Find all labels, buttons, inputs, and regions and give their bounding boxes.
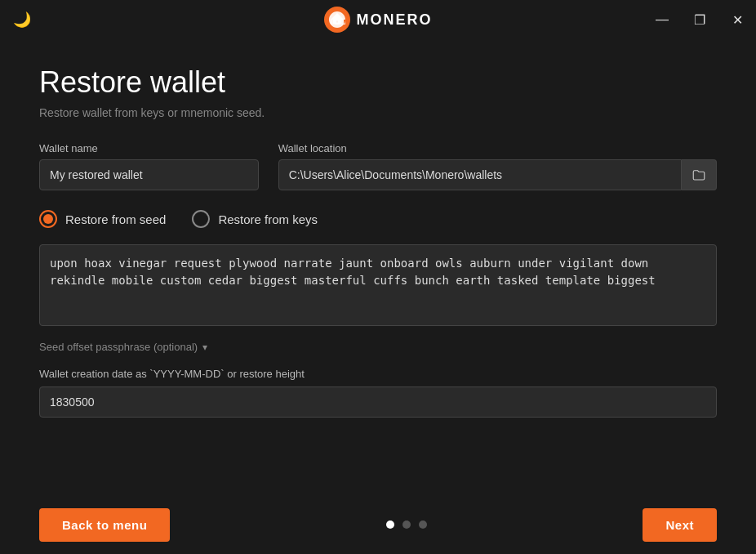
restore-keys-radio[interactable] — [192, 210, 210, 228]
window-controls: — ❐ ✕ — [643, 0, 756, 39]
maximize-button[interactable]: ❐ — [681, 0, 718, 39]
footer: Back to menu Next — [0, 495, 756, 554]
back-to-menu-button[interactable]: Back to menu — [39, 508, 170, 542]
main-content: Restore wallet Restore wallet from keys … — [0, 39, 756, 418]
page-title: Restore wallet — [39, 65, 717, 100]
restore-from-keys-option[interactable]: Restore from keys — [192, 210, 318, 228]
restore-from-seed-option[interactable]: Restore from seed — [39, 210, 166, 228]
seed-textarea[interactable]: upon hoax vinegar request plywood narrat… — [39, 244, 717, 326]
monero-logo-icon — [324, 7, 350, 33]
wallet-location-group: Wallet location — [278, 142, 717, 190]
app-title: MONERO — [357, 11, 433, 29]
browse-folder-button[interactable] — [682, 159, 717, 190]
restore-seed-label: Restore from seed — [65, 212, 166, 226]
wallet-location-label: Wallet location — [278, 142, 717, 154]
wallet-name-group: Wallet name — [39, 142, 259, 190]
app-logo: MONERO — [324, 7, 433, 33]
next-button[interactable]: Next — [643, 508, 717, 542]
date-input[interactable] — [39, 386, 717, 418]
pagination-dot-3 — [419, 520, 427, 529]
pagination-dot-1 — [386, 520, 394, 529]
date-label: Wallet creation date as `YYYY-MM-DD` or … — [39, 368, 717, 380]
wallet-location-input[interactable] — [278, 159, 682, 190]
chevron-down-icon: ▾ — [202, 342, 207, 353]
close-button[interactable]: ✕ — [718, 0, 756, 39]
passphrase-label: Seed offset passphrase (optional) — [39, 341, 198, 353]
wallet-name-input[interactable] — [39, 159, 259, 190]
pagination-dot-2 — [402, 520, 411, 529]
radio-inner-dot — [43, 214, 53, 224]
page-subtitle: Restore wallet from keys or mnemonic see… — [39, 106, 717, 119]
date-group: Wallet creation date as `YYYY-MM-DD` or … — [39, 368, 717, 418]
wallet-name-label: Wallet name — [39, 142, 259, 154]
wallet-location-input-group — [278, 159, 717, 190]
restore-method-row: Restore from seed Restore from keys — [39, 210, 717, 228]
pagination-dots — [386, 520, 427, 529]
folder-icon — [692, 168, 706, 182]
title-bar: 🌙 MONERO — ❐ ✕ — [0, 0, 756, 39]
restore-keys-label: Restore from keys — [218, 212, 318, 226]
wallet-info-row: Wallet name Wallet location — [39, 142, 717, 190]
minimize-button[interactable]: — — [643, 0, 681, 39]
passphrase-row[interactable]: Seed offset passphrase (optional) ▾ — [39, 341, 717, 353]
theme-toggle-button[interactable]: 🌙 — [13, 11, 31, 29]
restore-seed-radio[interactable] — [39, 210, 57, 228]
